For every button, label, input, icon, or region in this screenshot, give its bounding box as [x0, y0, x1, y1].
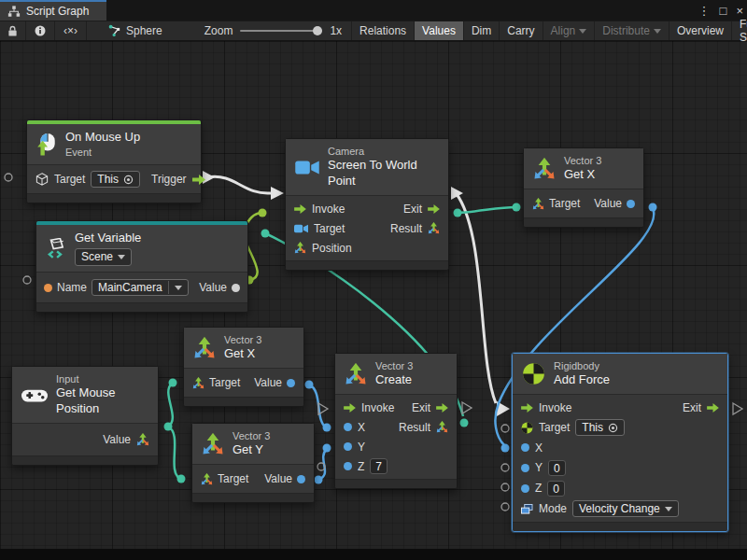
- dim-toggle[interactable]: Dim: [463, 21, 499, 40]
- y-label: Y: [358, 441, 365, 454]
- graph-context-button[interactable]: Sphere: [100, 21, 171, 40]
- float-port-dot[interactable]: [344, 442, 352, 451]
- float-port-dot[interactable]: [521, 484, 529, 493]
- node-footer: [12, 455, 158, 465]
- value-label: Value: [199, 281, 227, 294]
- align-dropdown[interactable]: Align: [543, 21, 595, 40]
- zoom-slider[interactable]: [240, 30, 322, 32]
- variable-name-dropdown[interactable]: MainCamera: [92, 279, 189, 296]
- distribute-dropdown[interactable]: Distribute: [594, 21, 669, 40]
- edit-graph-button[interactable]: ‹×›: [55, 21, 87, 40]
- node-get-x-top[interactable]: Vector 3 Get X Target Value: [523, 147, 644, 228]
- create-result-out-port[interactable]: [460, 419, 469, 427]
- wire-trigger-to-camera-invoke[interactable]: [207, 176, 271, 193]
- tab-script-graph[interactable]: Script Graph: [0, 0, 106, 21]
- node-title: Get Variable: [75, 231, 141, 246]
- z-value-field[interactable]: 7: [370, 458, 388, 474]
- camera-target-in-port[interactable]: [259, 209, 267, 217]
- node-on-mouse-up[interactable]: On Mouse Up Event Target This Trigger: [26, 119, 202, 203]
- mode-value-label: Velocity Change: [579, 502, 660, 515]
- getvariable-self-port[interactable]: [23, 276, 31, 284]
- addforce-target-in-port[interactable]: [501, 425, 509, 432]
- close-button[interactable]: ×: [736, 4, 743, 18]
- onmouseup-self-port[interactable]: [5, 174, 12, 181]
- maximize-button[interactable]: □: [720, 4, 727, 18]
- target-this-chip[interactable]: This: [91, 171, 140, 188]
- distribute-label: Distribute: [602, 24, 650, 37]
- getx-top-value-out-port[interactable]: [649, 203, 657, 212]
- node-get-mouse-position[interactable]: Input Get Mouse Position Value: [11, 366, 159, 466]
- z-value-field[interactable]: 0: [547, 481, 565, 497]
- float-port-dot[interactable]: [287, 379, 295, 387]
- addforce-exit-out-port[interactable]: [733, 403, 742, 414]
- fullscreen-button[interactable]: Full Screen: [731, 21, 747, 40]
- node-header: Vector 3 Get X: [184, 328, 303, 369]
- node-vector3-create[interactable]: Vector 3 Create Invoke Exit X Result: [334, 353, 458, 489]
- node-footer: [184, 397, 303, 406]
- camera-position-in-port[interactable]: [261, 230, 270, 238]
- getx-mid-target-in-port[interactable]: [169, 379, 177, 387]
- target-label: Target: [539, 421, 570, 434]
- float-port-dot[interactable]: [627, 200, 635, 208]
- lock-button[interactable]: [0, 21, 26, 40]
- overview-label: Overview: [677, 24, 724, 37]
- variable-icon: [46, 238, 66, 259]
- addforce-x-in-port[interactable]: [501, 444, 510, 453]
- wire-camera-exit-to-addforce-invoke[interactable]: [457, 194, 496, 403]
- create-x-in-port[interactable]: [323, 424, 331, 432]
- camera-invoke-in-port[interactable]: [271, 187, 284, 200]
- node-get-y[interactable]: Vector 3 Get Y Target Value: [191, 423, 315, 503]
- input-value-out-port[interactable]: [164, 423, 173, 431]
- y-value-field[interactable]: 0: [548, 460, 566, 476]
- node-category: Vector 3: [224, 333, 261, 346]
- string-port-dot[interactable]: [44, 284, 52, 292]
- enum-icon: [521, 504, 533, 514]
- exit-label: Exit: [403, 203, 422, 216]
- control-arrow-icon: [436, 403, 448, 413]
- variable-scope-dropdown[interactable]: Scene: [75, 248, 132, 267]
- inspect-button[interactable]: [26, 21, 55, 40]
- target-row: Target This: [513, 417, 727, 438]
- addforce-y-in-port[interactable]: [501, 464, 509, 471]
- node-add-force[interactable]: Rigidbody Add Force Invoke Exit Target T…: [512, 353, 728, 532]
- carry-toggle[interactable]: Carry: [499, 21, 542, 40]
- float-port-dot[interactable]: [521, 443, 529, 452]
- relations-toggle[interactable]: Relations: [351, 21, 414, 40]
- mode-dropdown[interactable]: Velocity Change: [572, 500, 679, 517]
- gety-value-out-port[interactable]: [315, 476, 323, 484]
- values-toggle[interactable]: Values: [414, 21, 463, 40]
- target-this-chip[interactable]: This: [575, 419, 625, 436]
- zoom-label: Zoom: [204, 24, 233, 37]
- wire-gety-value-to-create-y[interactable]: [318, 449, 327, 480]
- overview-button[interactable]: Overview: [669, 21, 731, 40]
- float-port-dot[interactable]: [297, 475, 305, 483]
- create-exit-out-port[interactable]: [462, 402, 472, 413]
- node-header: Vector 3 Get X: [524, 148, 643, 189]
- tab-title: Script Graph: [26, 5, 89, 18]
- float-port-dot[interactable]: [521, 464, 529, 472]
- info-icon: [35, 25, 46, 36]
- getx-mid-value-out-port[interactable]: [305, 381, 314, 389]
- addforce-mode-in-port[interactable]: [501, 503, 509, 511]
- getx-top-target-in-port[interactable]: [513, 203, 521, 212]
- addforce-z-in-port[interactable]: [501, 483, 509, 491]
- float-port-dot[interactable]: [344, 462, 352, 470]
- gety-target-in-port[interactable]: [177, 475, 186, 483]
- camera-result-out-port[interactable]: [454, 209, 462, 217]
- object-port-dot[interactable]: [232, 284, 240, 292]
- zoom-slider-knob[interactable]: [313, 26, 322, 35]
- wire-input-to-gety-target[interactable]: [168, 427, 180, 479]
- window-menu-button[interactable]: ⋮: [698, 4, 711, 18]
- float-port-dot[interactable]: [344, 423, 352, 431]
- trigger-label: Trigger: [151, 173, 187, 186]
- node-get-variable[interactable]: Get Variable Scene Name MainCamera Value: [35, 220, 248, 313]
- node-screen-to-world-point[interactable]: Camera Screen To World Point Invoke Exit…: [285, 138, 449, 271]
- vector3-icon: [136, 433, 149, 446]
- wire-input-to-getx-target[interactable]: [168, 384, 173, 427]
- node-footer: [27, 193, 201, 203]
- node-get-x-mid[interactable]: Vector 3 Get X Target Value: [183, 327, 304, 407]
- value-row: Value: [12, 424, 158, 455]
- tab-bar: Script Graph ⋮ □ ×: [0, 0, 747, 21]
- camera-exit-out-port[interactable]: [451, 187, 463, 200]
- create-y-in-port[interactable]: [323, 444, 331, 453]
